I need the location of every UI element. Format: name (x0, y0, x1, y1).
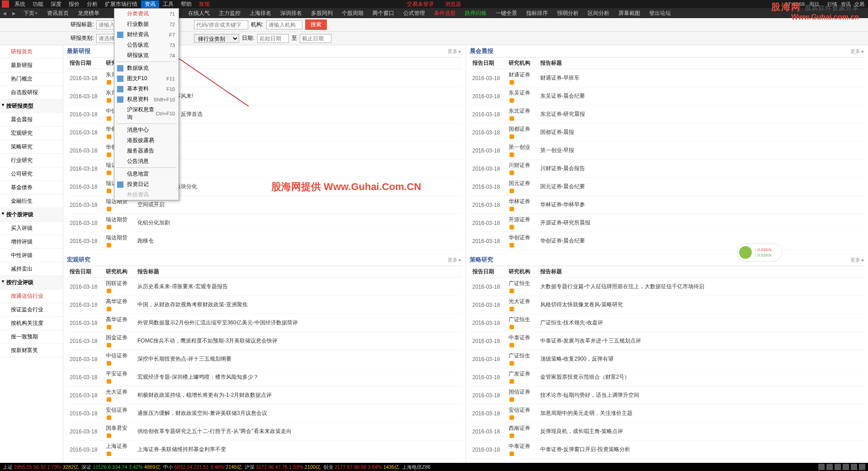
report-link[interactable]: 化铝分化加剧 (137, 219, 170, 226)
more-link[interactable]: 更多 (850, 257, 864, 263)
dropdown-公告消息[interactable]: 公告消息 (114, 156, 179, 167)
table-row[interactable]: 2016-03-18国信证券技术论市-短期均势好，适当上调弹升空间 (470, 386, 865, 404)
table-row[interactable]: 2016-03-18国泰君安供给创收革专题研究之五十二-行胜于言-从"两会"看未… (67, 423, 462, 441)
sidebar-item-最新研报[interactable]: 最新研报 (0, 59, 63, 72)
toolbar-btn-10[interactable]: 深圳排名 (276, 8, 307, 18)
header-link-交易[interactable]: 交易 (854, 1, 864, 7)
report-link[interactable]: 深挖中长期投资热点-评十三五规划纲要 (137, 356, 231, 362)
report-link[interactable]: 东北证券-研究晨报 (540, 111, 585, 117)
table-row[interactable]: 2016-03-18中信证券深挖中长期投资热点-评十三五规划纲要 (67, 350, 462, 368)
report-link[interactable]: 开源证券-研究所晨报 (540, 219, 591, 226)
table-row[interactable]: 2016-03-18安信证券通胀压力缓解，财政政策空间-兼评美联储3月议息会议 (67, 404, 462, 423)
dropdown-港股披露易[interactable]: 港股披露易 (114, 135, 179, 146)
table-row[interactable]: 2016-03-18华创证券华创证券-晨会纪要 (470, 232, 865, 250)
report-link[interactable]: 财通证券-早班车 (540, 75, 580, 81)
menu-帮助[interactable]: 帮助 (177, 0, 195, 8)
table-row[interactable]: 2016-03-18瑞达期货跑移仓 (67, 232, 462, 250)
dropdown-权息资料[interactable]: 权息资料Shift+F10 (114, 94, 179, 105)
table-row[interactable]: 2016-03-18开源证券开源证券-研究所晨报 (470, 214, 865, 232)
dropdown-服务器通告[interactable]: 服务器通告 (114, 146, 179, 156)
table-row[interactable]: 2016-03-18光大证券积极财政政策持续，稳增长将更有为-1-2月财政数据点… (67, 386, 462, 404)
sidebar-item-中性评级[interactable]: 中性评级 (0, 249, 63, 262)
toolbar-btn-0[interactable]: 下页 (19, 8, 42, 18)
sidebar-item-增持评级[interactable]: 增持评级 (0, 235, 63, 249)
report-link[interactable]: 华创证券-晨会纪要 (540, 238, 585, 244)
index-深证[interactable]: 深证 10126.6 334.74 3.42% 4889亿 (81, 464, 160, 471)
table-row[interactable]: 2016-03-18广证恒生广证恒生-技术领先-收盘评 (470, 314, 865, 332)
toolbar-btn-15[interactable]: 条件选股 (429, 8, 460, 18)
toolbar-btn-13[interactable]: 两个窗口 (368, 8, 399, 18)
report-link[interactable]: 广证恒生-技术领先-收盘评 (540, 319, 604, 326)
menu-扩展市场行情[interactable]: 扩展市场行情 (101, 0, 141, 8)
report-link[interactable]: 中国，从财政存款视角考察财政政策-亚洲聚焦 (137, 301, 248, 308)
report-link[interactable]: 顶级策略-收复2900，反弹有望 (540, 356, 614, 362)
header-link-行情[interactable]: 行情 (827, 1, 837, 7)
report-link[interactable]: 外管局数据显示2月份外汇流出缩窄至360亿美元-中国经济数据简评 (137, 319, 298, 326)
report-link[interactable]: 东吴证券-晨会纪要 (540, 93, 585, 99)
toolbar-btn-17[interactable]: 一键全景 (491, 8, 522, 18)
toolbar-btn-2[interactable]: 龙虎榜单 (73, 8, 104, 18)
menu-工具[interactable]: 工具 (159, 0, 177, 8)
sidebar-item-基金债券[interactable]: 基金债券 (0, 181, 63, 195)
menu-系统[interactable]: 系统 (11, 0, 29, 8)
menu-深度[interactable]: 深度 (47, 0, 65, 8)
sidebar-item-按证监会行业[interactable]: 按证监会行业 (0, 303, 63, 317)
status-icon-1[interactable] (826, 464, 833, 470)
report-link[interactable]: 加息周期中的美元走弱，关注涨价主题 (540, 410, 632, 416)
dropdown-投资日记[interactable]: 投资日记 (114, 179, 179, 190)
table-row[interactable]: 2016-03-18国联证券从历史看未来-滞胀要来-宏观专题报告 (67, 278, 462, 296)
more-link[interactable]: 更多 (448, 257, 462, 263)
sidebar-item-热门概念[interactable]: 热门概念 (0, 72, 63, 86)
float-speed-widget[interactable]: ↑ 0.02K/s ↓ 0.01K/s (737, 243, 782, 262)
menu-功能[interactable]: 功能 (29, 0, 47, 8)
sidebar-item-按一致预期[interactable]: 按一致预期 (0, 330, 63, 344)
report-link[interactable]: FOMC按兵不动，鹰派程度不如预期-3月美联储议息会快评 (137, 338, 278, 344)
table-row[interactable]: 2016-03-18中泰证券中泰证券-发展与改革并进-十三五规划点评 (470, 332, 865, 350)
dropdown-信息地雷[interactable]: 信息地雷 (114, 169, 179, 179)
sidebar-item-研报首页[interactable]: 研报首页 (0, 45, 63, 59)
sidebar-item-宏观研究[interactable]: 宏观研究 (0, 127, 63, 140)
toolbar-btn-16[interactable]: 跌停闪烁 (460, 8, 491, 18)
sidebar-item-晨会晨报[interactable]: 晨会晨报 (0, 113, 63, 127)
dropdown-研报纵览[interactable]: 研报纵览74 (114, 50, 179, 61)
table-row[interactable]: 2016-03-18国都证券国都证券-晨报 (470, 124, 865, 142)
dropdown-基本资料[interactable]: 基本资料F10 (114, 84, 179, 94)
report-link[interactable]: 跑移仓 (137, 238, 154, 244)
toolbar-btn-9[interactable]: 上海排名 (245, 8, 276, 18)
toolbar-btn-21[interactable]: 屏幕截图 (614, 8, 645, 18)
report-link[interactable]: 大数据专题行业篇-个人征信牌照箭在弦上，大数据征信千亿市场待启 (540, 283, 705, 290)
dropdown-消息中心[interactable]: 消息中心 (114, 125, 179, 135)
sidebar-item-按机构关注度[interactable]: 按机构关注度 (0, 317, 63, 330)
toolbar-btn-8[interactable]: 主力监控 (214, 8, 245, 18)
sidebar-item-金融衍生[interactable]: 金融衍生 (0, 195, 63, 208)
toolbar-btn-19[interactable]: 强弱分析 (552, 8, 583, 18)
dropdown-图文F10[interactable]: 图文F10F11 (114, 73, 179, 84)
dropdown-财经资讯[interactable]: 财经资讯F7 (114, 29, 179, 40)
report-link[interactable]: 国都证券-晨报 (540, 129, 575, 135)
table-row[interactable]: 2016-03-18东吴证券东吴证券-晨会纪要 (470, 87, 865, 105)
nav-back[interactable] (0, 8, 9, 18)
table-row[interactable]: 2016-03-18高华证券中国，从财政存款视角考察财政政策-亚洲聚焦 (67, 296, 462, 314)
table-row[interactable]: 2016-03-18西南证券反弹现良机，成长唱主角-策略点评 (470, 423, 865, 441)
menu-资讯[interactable]: 资讯 (141, 0, 159, 8)
table-row[interactable]: 2016-03-18国金证券FOMC按兵不动，鹰派程度不如预期-3月美联储议息会… (67, 332, 462, 350)
table-row[interactable]: 2016-03-18光大证券风格切得太快就像龙卷风-策略研究 (470, 296, 865, 314)
report-link[interactable]: 宏观经济专题-深圳楼上噱鸣喷：楼市风险知多少？ (137, 374, 259, 380)
table-row[interactable]: 2016-03-18国元证券国元证券-晨会纪要 (470, 178, 865, 196)
dropdown-数据纵览[interactable]: 数据纵览 (114, 63, 179, 73)
status-icon-5[interactable] (859, 464, 865, 470)
table-row[interactable]: 2016-03-18平安证券宏观经济专题-深圳楼上噱鸣喷：楼市风险知多少？ (67, 368, 462, 386)
table-row[interactable]: 2016-03-18广证恒生顶级策略-收复2900，反弹有望 (470, 350, 865, 368)
index-沪深[interactable]: 沪深 3171.96 47.76 1.53% 2100亿 (245, 464, 321, 471)
report-link[interactable]: 华林证券-华林早参 (540, 201, 585, 208)
index-创业[interactable]: 创业 2177.87 80.58 3.84% 1435亿 (323, 464, 399, 471)
report-link[interactable]: 空间或开启 (137, 201, 165, 208)
report-link[interactable]: 金管家股票投资示范组合（财富2号） (540, 374, 630, 380)
table-row[interactable]: 2016-03-18安信证券加息周期中的美元走弱，关注涨价主题 (470, 404, 865, 423)
report-link[interactable]: 供给创收革专题研究之五十二-行胜于言-从"两会"看未来政策走向 (137, 428, 292, 434)
input-code[interactable] (194, 20, 248, 29)
header-link-资讯[interactable]: 资讯 (841, 1, 851, 7)
sidebar-item-公司研究[interactable]: 公司研究 (0, 167, 63, 181)
report-link[interactable]: 从历史看未来-滞胀要来-宏观专题报告 (137, 283, 228, 290)
toolbar-btn-12[interactable]: 个股周期 (337, 8, 368, 18)
